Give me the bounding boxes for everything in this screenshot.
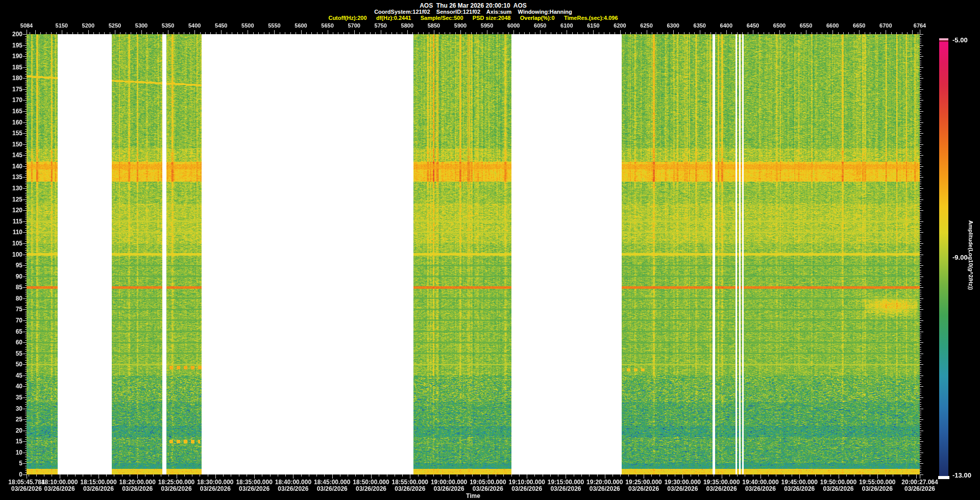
frequency-tick-label: 0 <box>0 471 22 478</box>
record-tick-label: 6000 <box>507 22 520 29</box>
frequency-tick-label: 130 <box>0 185 22 192</box>
time-tick-label: 18:50:00.00003/26/2026 <box>353 479 389 492</box>
time-tick-label: 19:55:00.00003/26/2026 <box>859 479 895 492</box>
date-value: 03/26/2026 <box>80 486 116 492</box>
date-value: 03/26/2026 <box>820 486 856 492</box>
axis-ticks-canvas <box>0 0 980 500</box>
frequency-tick-label: 105 <box>0 240 22 247</box>
record-tick-label: 6350 <box>694 22 706 29</box>
time-tick-label: 18:30:00.00003/26/2026 <box>197 479 233 492</box>
date-value: 03/26/2026 <box>197 486 233 492</box>
date-value: 03/26/2026 <box>508 486 545 492</box>
date-value: 03/26/2026 <box>470 486 506 492</box>
time-tick-label: 18:05:45.78403/26/2026 <box>8 479 44 492</box>
frequency-tick-label: 40 <box>0 383 22 390</box>
colorbar-axis-title: Amplitude(Log10(g^2/Hz)) <box>968 220 974 290</box>
record-tick-label: 5750 <box>375 22 387 29</box>
frequency-tick-label: 155 <box>0 130 22 137</box>
frequency-tick-label: 85 <box>0 284 22 291</box>
date-value: 03/26/2026 <box>41 486 78 492</box>
record-tick-label: 6200 <box>614 22 626 29</box>
date-value: 03/26/2026 <box>236 486 272 492</box>
date-value: 03/26/2026 <box>703 486 740 492</box>
frequency-tick-label: 185 <box>0 64 22 71</box>
date-value: 03/26/2026 <box>392 486 428 492</box>
time-tick-label: 19:20:00.00003/26/2026 <box>586 479 623 492</box>
frequency-tick-label: 15 <box>0 438 22 445</box>
time-tick-label: 18:40:00.00003/26/2026 <box>275 479 311 492</box>
time-tick-label: 18:15:00.00003/26/2026 <box>80 479 116 492</box>
frequency-tick-label: 135 <box>0 173 22 181</box>
date-value: 03/26/2026 <box>859 486 895 492</box>
frequency-tick-label: 170 <box>0 96 22 104</box>
frequency-tick-label: 75 <box>0 306 22 313</box>
record-tick-label: 5400 <box>188 22 201 29</box>
record-tick-label: 6500 <box>773 22 786 29</box>
date-value: 03/26/2026 <box>901 486 938 492</box>
frequency-tick-label: 190 <box>0 53 22 60</box>
time-tick-label: 18:45:00.00003/26/2026 <box>314 479 350 492</box>
frequency-tick-label: 55 <box>0 350 22 357</box>
time-tick-label: 19:35:00.00003/26/2026 <box>703 479 740 492</box>
time-tick-label: 20:00:27.06403/26/2026 <box>901 479 938 492</box>
time-axis-title: Time <box>27 492 920 499</box>
date-value: 03/26/2026 <box>8 486 44 492</box>
record-tick-label: 6250 <box>640 22 652 29</box>
record-tick-label: 5350 <box>162 22 174 29</box>
time-tick-label: 19:15:00.00003/26/2026 <box>548 479 584 492</box>
time-tick-label: 19:40:00.00003/26/2026 <box>742 479 778 492</box>
colorbar-max-label: -5.00 <box>952 36 968 44</box>
time-tick-label: 19:50:00.00003/26/2026 <box>820 479 856 492</box>
frequency-tick-label: 120 <box>0 207 22 214</box>
record-tick-label: 5300 <box>135 22 148 29</box>
record-tick-label: 6764 <box>914 22 926 29</box>
time-tick-label: 18:20:00.00003/26/2026 <box>119 479 156 492</box>
frequency-tick-label: 80 <box>0 295 22 302</box>
frequency-tick-label: 10 <box>0 449 22 456</box>
frequency-tick-label: 30 <box>0 405 22 412</box>
frequency-tick-label: 70 <box>0 317 22 324</box>
date-value: 03/26/2026 <box>781 486 818 492</box>
frequency-tick-label: 175 <box>0 86 22 93</box>
record-tick-label: 5600 <box>295 22 307 29</box>
frequency-tick-label: 20 <box>0 427 22 434</box>
record-tick-label: 5650 <box>321 22 333 29</box>
date-value: 03/26/2026 <box>314 486 350 492</box>
frequency-tick-label: 200 <box>0 31 22 38</box>
record-tick-label: 5950 <box>481 22 493 29</box>
record-tick-label: 6400 <box>720 22 732 29</box>
record-tick-label: 5200 <box>82 22 94 29</box>
record-tick-label: 6650 <box>853 22 865 29</box>
record-tick-label: 5900 <box>454 22 467 29</box>
frequency-tick-label: 110 <box>0 229 22 236</box>
time-tick-label: 19:25:00.00003/26/2026 <box>625 479 662 492</box>
frequency-tick-label: 125 <box>0 196 22 203</box>
frequency-tick-label: 35 <box>0 394 22 401</box>
time-tick-label: 19:10:00.00003/26/2026 <box>508 479 545 492</box>
record-tick-label: 6600 <box>826 22 839 29</box>
frequency-tick-label: 150 <box>0 141 22 148</box>
frequency-tick-label: 115 <box>0 218 22 225</box>
date-value: 03/26/2026 <box>158 486 194 492</box>
time-tick-label: 18:35:00.00003/26/2026 <box>236 479 272 492</box>
frequency-tick-label: 160 <box>0 119 22 126</box>
date-value: 03/26/2026 <box>431 486 467 492</box>
colorbar-underrange-cap <box>938 476 949 479</box>
record-tick-label: 5450 <box>215 22 227 29</box>
time-tick-label: 19:30:00.00003/26/2026 <box>665 479 701 492</box>
record-tick-label: 6150 <box>587 22 599 29</box>
frequency-tick-label: 5 <box>0 460 22 467</box>
time-tick-label: 18:55:00.00003/26/2026 <box>392 479 428 492</box>
record-tick-label: 5084 <box>20 22 33 29</box>
record-tick-label: 5250 <box>109 22 121 29</box>
colorbar-mid-label: -9.00 <box>952 254 968 261</box>
date-value: 03/26/2026 <box>742 486 778 492</box>
time-tick-label: 19:45:00.00003/26/2026 <box>781 479 818 492</box>
date-value: 03/26/2026 <box>353 486 389 492</box>
frequency-tick-label: 165 <box>0 108 22 115</box>
frequency-tick-label: 95 <box>0 262 22 269</box>
frequency-tick-label: 195 <box>0 42 22 49</box>
record-tick-label: 5550 <box>268 22 280 29</box>
date-value: 03/26/2026 <box>548 486 584 492</box>
frequency-tick-label: 140 <box>0 163 22 170</box>
